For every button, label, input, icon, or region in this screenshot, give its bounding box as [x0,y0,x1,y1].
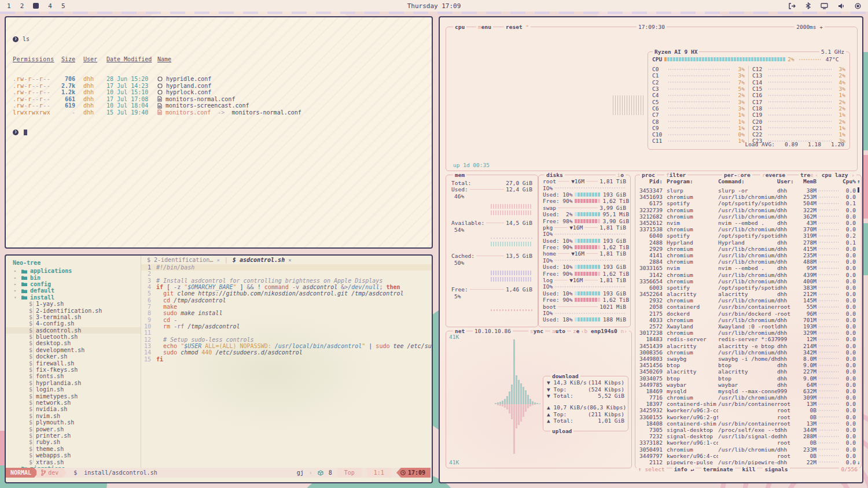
process-row[interactable]: 4033chromium/usr/lib/chromium/dhh701M0.0 [637,317,859,323]
net-sync-button[interactable]: sync [528,328,545,334]
process-row[interactable]: 2572XwaylandXwayland :0 -rootldhh193M0.0 [637,323,859,330]
logout-icon[interactable] [788,3,796,9]
tree-folder[interactable]: ▸bin [6,274,141,280]
process-row[interactable]: 2884chromium/usr/lib/chromium/dhh488M0.0 [637,258,859,265]
tree-file[interactable]: $printer.sh [6,432,141,439]
tree-file[interactable]: $power.sh [6,426,141,432]
process-row[interactable]: 2058containerd/usr/bin/containerroot55M0… [637,304,859,310]
tree-file[interactable]: $development.sh [6,347,141,353]
tree-file[interactable]: $network.sh [6,400,141,406]
workspace-item[interactable]: 5 [61,2,65,10]
tree-file[interactable]: $nvim.sh [6,413,141,419]
process-row[interactable]: 3360155kworker/u96:2-gfroot0B0.0 [637,414,859,420]
proc-sort-selector[interactable]: ‹ cpu lazy › [813,172,856,178]
update-interval[interactable]: 2000ms + [795,24,825,30]
editor-tab[interactable]: $ 2-identification…× [147,257,220,263]
tree-file[interactable]: $4-config.sh [6,320,141,327]
tree-file[interactable]: $desktop.sh [6,340,141,346]
kill-button[interactable]: kill [741,466,757,472]
process-row[interactable]: 3451439alacrittyalacritty -e btopdhh214M… [637,343,859,349]
proc-reverse-button[interactable]: reverse [760,172,787,178]
process-row[interactable]: 2112pipewire-pulse/usr/bin/pipewire-dhh2… [637,459,859,465]
process-row[interactable]: 2175dockerd/usr/bin/dockerd -root96M0.0 [637,310,859,317]
process-row[interactable]: 3034075btopbtopdhh9.0M0.0 [637,375,859,381]
tree-file[interactable]: $ruby.sh [6,439,141,445]
process-row[interactable]: 6003spotify/opt/spotify/spotidhh383M0.0 [637,284,859,291]
tree-file[interactable]: $theme.sh [6,446,141,452]
tree-folder[interactable]: ▸default [6,287,141,294]
process-row[interactable]: 3033165nvimnvim --embed .dhh95M0.0 [637,265,859,271]
workspace-item[interactable]: 4 [48,2,52,10]
process-row[interactable]: 3050491chromium/usr/lib/chromium/dhh233M… [637,446,859,453]
process-row[interactable]: 3425932kworker/u96:3-coroot0B0.0 [637,407,859,413]
process-row[interactable]: 3142chromium/usr/lib/chromium/dhh439M0.0 [637,271,859,278]
info-button[interactable]: info ↵ [672,466,696,472]
record-icon[interactable] [855,3,861,9]
net-auto-button[interactable]: auto [550,328,567,334]
menu-button[interactable]: menu [476,24,493,30]
process-row[interactable]: 2488HyprlandHyprlanddhh278M0.1 [637,239,859,246]
signals-button[interactable]: signals [763,466,789,472]
process-row[interactable]: 4141chromium/usr/lib/chromium/dhh235M0.0 [637,252,859,258]
editor-tab[interactable]: $ asdcontrol.sh× [233,257,292,263]
workspace-item[interactable]: 2 [20,2,24,10]
process-row[interactable]: 3451456btopbtopdhh9.0M0.0 [637,362,859,368]
process-row[interactable]: 3356654chromium/usr/lib/chromium/dhh400M… [637,278,859,284]
workspace-active[interactable] [33,3,39,9]
tree-file[interactable]: $2-identification.sh [6,307,141,313]
process-row[interactable]: 3232739chromium/usr/lib/chromium/dhh322M… [637,207,859,213]
scrollbar-thumb[interactable] [858,187,859,193]
process-row[interactable]: 7232signal-desktop/usr/lib/signal-dedhh2… [637,433,859,439]
process-row[interactable]: 3017238chromium/usr/lib/chromium/dhh329M… [637,330,859,336]
terminate-button[interactable]: terminate [701,466,734,472]
tree-file[interactable]: $hyprlandia.sh [6,380,141,386]
process-row[interactable]: 18408containerd-shim/usr/bin/containerro… [637,420,859,427]
net-interface[interactable]: ‹b enp194s0 n› [579,328,629,334]
tree-file[interactable]: $webapps.sh [6,452,141,459]
process-row[interactable]: 7716chromium/usr/lib/chromium/dhh309M0.0 [637,394,859,401]
process-row[interactable]: 3451693chromium/usr/lib/chromium/dhh253M… [637,194,859,200]
process-row[interactable]: 3373182kworker/u96:1-coroot0B0.0 [637,439,859,446]
process-row[interactable]: 18397containerd-shim/usr/bin/containerro… [637,401,859,407]
tree-file[interactable]: $3-terminal.sh [6,314,141,320]
tree-folder[interactable]: ▸config [6,281,141,287]
bluetooth-icon[interactable] [806,2,811,9]
tree-file[interactable]: $bluetooth.sh [6,334,141,340]
tree-file[interactable]: $xtras.sh [6,459,141,465]
reset-button[interactable]: reset * [504,24,531,30]
process-row[interactable]: 3449803swaybgswaybg -i /home/dhdhh8.0M0.… [637,356,859,362]
screencast-icon[interactable] [821,3,828,9]
tree-file[interactable]: $asdcontrol.sh [6,327,141,334]
io-mode-button[interactable]: io [616,172,626,178]
tree-folder[interactable]: ▾install [6,294,141,301]
process-row[interactable]: 3450269alacrittyalacrittydhh227M0.0 [637,368,859,375]
process-row[interactable]: 3449797kworker/u96:4-coroot0B0.0 [637,453,859,459]
workspace-item[interactable]: 1 [7,2,11,10]
tree-folder[interactable]: ▸applications [6,268,141,274]
process-row[interactable]: 3449785waybarwaybardhh64M0.0 [637,382,859,388]
process-row[interactable]: 18483redis-serverredis-server *:63799912… [637,336,859,342]
preset-button[interactable]: cpu [453,24,466,30]
tree-file[interactable]: $mimetypes.sh [6,393,141,399]
process-row[interactable]: 3452612nvimnvim --embed .dhh43M0.0 [637,220,859,226]
volume-icon[interactable] [838,3,845,9]
tree-file[interactable]: $docker.sh [6,353,141,360]
tree-file[interactable]: $nvidia.sh [6,406,141,412]
tree-file[interactable]: $firewall.sh [6,360,141,366]
code-area[interactable]: 1#!/bin/bash23# Install asdcontrol for c… [141,264,432,363]
process-row[interactable]: 6175spotify/opt/spotify/spotidhh504M0.1 [637,200,859,206]
process-row[interactable]: 2932chromium/usr/lib/chromium/dhh145M0.0 [637,297,859,304]
tree-file[interactable]: $fix-fkeys.sh [6,367,141,373]
tree-file[interactable]: $fonts.sh [6,373,141,379]
process-row[interactable]: 18469mysqldmysqld --max-conne999632M0.0 [637,388,859,394]
process-row[interactable]: 3008356chromium/usr/lib/chromium/dhh342M… [637,349,859,356]
process-row[interactable]: 3212682chromium/usr/lib/chromium/dhh362M… [637,213,859,220]
tree-file[interactable]: $1-yay.sh [6,301,141,307]
tree-file[interactable]: $login.sh [6,386,141,393]
tree-file[interactable]: $plymouth.sh [6,419,141,426]
proc-percore-button[interactable]: per-core [722,172,752,178]
process-row[interactable]: 3453347slurpslurp -ordhh38M0.0 [637,187,859,194]
process-row[interactable]: 6040spotify/opt/spotify/spotidhh319M0.2 [637,232,859,239]
proc-filter-button[interactable]: filter [664,172,687,178]
process-row[interactable]: 3452264alacrittyalacrittydhh212M0.0 [637,291,859,297]
